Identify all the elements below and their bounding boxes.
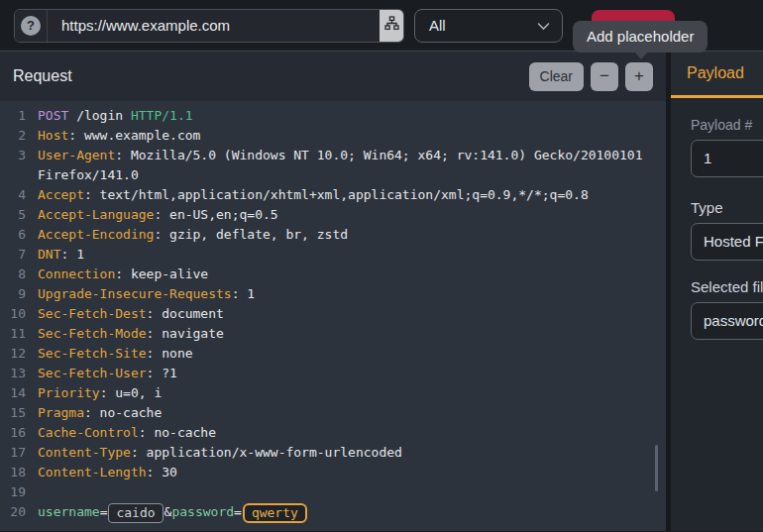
line-number: 7: [0, 245, 26, 265]
code-token: Pragma: [38, 405, 84, 420]
request-panel: Request Clear − + 1POST /login HTTP/1.12…: [0, 52, 666, 531]
line-number: 13: [0, 364, 26, 383]
code-token: Priority: [38, 385, 100, 400]
code-token: /login: [68, 108, 131, 123]
code-token: Sec-Fetch-Dest: [38, 306, 147, 321]
url-input-group: ? https://www.example.com: [14, 9, 404, 43]
request-line: 11Sec-Fetch-Mode: navigate: [0, 324, 666, 344]
request-line: 14Priority: u=0, i: [0, 383, 666, 403]
request-line: 13Sec-Fetch-User: ?1: [0, 364, 666, 383]
tab-payload[interactable]: Payload: [671, 64, 744, 82]
line-number: 14: [0, 383, 26, 403]
line-code[interactable]: Pragma: no-cache: [38, 403, 666, 423]
request-line: 6Accept-Encoding: gzip, deflate, br, zst…: [0, 225, 666, 245]
code-token: User-Agent: [38, 148, 115, 162]
chevron-down-icon: [537, 17, 550, 35]
request-line: 17Content-Type: application/x-www-form-u…: [0, 443, 666, 463]
request-line: 20username=caido&password=qwerty: [0, 502, 666, 523]
line-number: 18: [0, 463, 26, 482]
code-token: Sec-Fetch-User: [38, 366, 147, 380]
code-token: : 1: [60, 247, 83, 262]
main-split: Request Clear − + 1POST /login HTTP/1.12…: [0, 52, 763, 531]
payload-panel: Payload Payload # 1 Type Hosted File Sel…: [671, 52, 763, 531]
code-token: : text/html,application/xhtml+xml,applic…: [84, 187, 589, 202]
code-token: HTTP/1.1: [131, 108, 193, 123]
line-code[interactable]: Upgrade-Insecure-Requests: 1: [38, 284, 666, 304]
code-token: DNT: [38, 247, 60, 262]
request-line: 19: [0, 482, 666, 502]
code-token: : u=0, i: [100, 385, 163, 400]
code-token: Accept-Language: [38, 207, 154, 222]
code-token: : document: [147, 306, 224, 321]
line-code[interactable]: Sec-Fetch-Site: none: [38, 344, 666, 364]
line-code[interactable]: Sec-Fetch-User: ?1: [38, 364, 666, 383]
code-token: Sec-Fetch-Mode: [38, 326, 147, 341]
code-token: Sec-Fetch-Site: [38, 346, 147, 361]
line-code[interactable]: DNT: 1: [38, 245, 666, 265]
request-line: 12Sec-Fetch-Site: none: [0, 344, 666, 364]
code-token: : Mozilla/5.0 (Windows NT 10.0; Win64; x…: [38, 148, 650, 182]
code-token: : navigate: [147, 326, 224, 341]
line-code[interactable]: User-Agent: Mozilla/5.0 (Windows NT 10.0…: [38, 146, 666, 185]
request-line: 5Accept-Language: en-US,en;q=0.5: [0, 205, 666, 225]
request-line: 10Sec-Fetch-Dest: document: [0, 304, 666, 324]
code-token: Host: [38, 128, 68, 143]
remove-placeholder-button[interactable]: −: [591, 62, 618, 91]
code-token: POST: [38, 108, 68, 123]
line-code[interactable]: username=caido&password=qwerty: [38, 502, 666, 523]
add-placeholder-button[interactable]: +: [625, 62, 653, 91]
code-token: Content-Length: [38, 465, 147, 479]
line-number: 12: [0, 344, 26, 364]
editor-scrollbar-thumb[interactable]: [655, 445, 658, 491]
type-select[interactable]: Hosted File: [691, 223, 763, 261]
sitemap-icon: [384, 16, 399, 35]
line-code[interactable]: Accept-Language: en-US,en;q=0.5: [38, 205, 666, 225]
line-code[interactable]: Sec-Fetch-Dest: document: [38, 304, 666, 324]
code-token: : no-cache: [139, 425, 216, 440]
selected-placeholder-pill[interactable]: qwerty: [243, 503, 307, 523]
code-token: =: [234, 504, 242, 519]
code-token: password: [171, 504, 234, 519]
scope-select[interactable]: All: [414, 9, 563, 43]
placeholder-pill[interactable]: caido: [108, 503, 163, 523]
line-code[interactable]: Sec-Fetch-Mode: navigate: [38, 324, 666, 344]
line-code[interactable]: Priority: u=0, i: [38, 383, 666, 403]
url-input[interactable]: https://www.example.com: [48, 10, 380, 42]
clear-button[interactable]: Clear: [529, 62, 584, 91]
line-code[interactable]: Accept: text/html,application/xhtml+xml,…: [38, 185, 666, 205]
url-help-segment[interactable]: ?: [15, 10, 48, 42]
request-line: 8Connection: keep-alive: [0, 265, 666, 284]
line-code[interactable]: Content-Length: 30: [38, 463, 666, 482]
code-token: : keep-alive: [115, 266, 208, 281]
request-header: Request Clear − +: [0, 52, 666, 101]
payload-number-input[interactable]: 1: [691, 140, 763, 177]
line-number: 20: [0, 502, 26, 523]
line-code[interactable]: Host: www.example.com: [38, 126, 666, 146]
type-label: Type: [691, 199, 763, 216]
line-code[interactable]: Accept-Encoding: gzip, deflate, br, zstd: [38, 225, 666, 245]
payload-tab-row: Payload: [671, 52, 763, 98]
payload-number-label: Payload #: [691, 117, 763, 133]
help-icon[interactable]: ?: [21, 16, 41, 36]
line-code[interactable]: POST /login HTTP/1.1: [38, 106, 666, 126]
code-token: username: [38, 504, 100, 519]
line-code[interactable]: Connection: keep-alive: [38, 265, 666, 284]
request-lines: 1POST /login HTTP/1.12Host: www.example.…: [0, 106, 666, 523]
line-number: 15: [0, 403, 26, 423]
sitemap-button[interactable]: [380, 10, 403, 42]
line-code[interactable]: Content-Type: application/x-www-form-url…: [38, 443, 666, 463]
line-code[interactable]: Cache-Control: no-cache: [38, 423, 666, 443]
selected-file-input[interactable]: password: [691, 302, 763, 340]
tooltip-caret-icon: [634, 52, 648, 59]
code-token: : ?1: [147, 366, 177, 380]
scope-selected-value: All: [429, 17, 446, 34]
code-token: Upgrade-Insecure-Requests: [38, 286, 232, 301]
line-code[interactable]: [38, 482, 666, 502]
code-token: : gzip, deflate, br, zstd: [154, 227, 348, 242]
request-editor[interactable]: 1POST /login HTTP/1.12Host: www.example.…: [0, 101, 666, 531]
request-line: 7DNT: 1: [0, 245, 666, 265]
code-token: Accept: [38, 187, 84, 202]
code-token: Content-Type: [38, 445, 131, 460]
code-token: : en-US,en;q=0.5: [154, 207, 277, 222]
code-token: : 30: [147, 465, 177, 479]
